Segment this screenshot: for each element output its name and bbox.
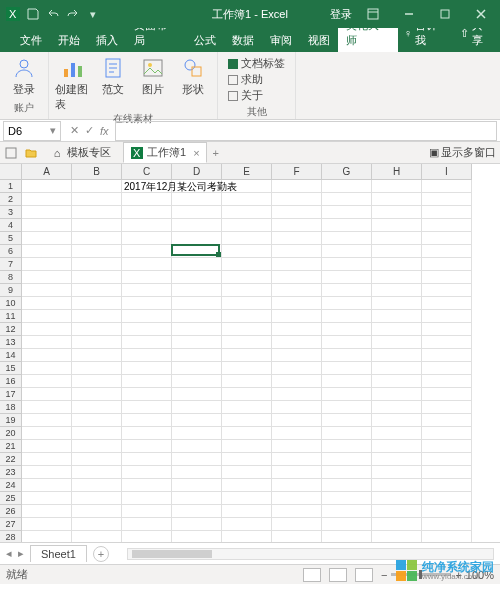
cell[interactable] (172, 258, 222, 271)
cell[interactable] (172, 375, 222, 388)
cell[interactable] (122, 323, 172, 336)
cell[interactable] (122, 414, 172, 427)
cell[interactable] (322, 193, 372, 206)
row-header[interactable]: 13 (0, 336, 22, 349)
row-header[interactable]: 15 (0, 362, 22, 375)
cancel-icon[interactable]: ✕ (70, 124, 79, 137)
cell[interactable] (272, 375, 322, 388)
row-header[interactable]: 10 (0, 297, 22, 310)
cell[interactable] (372, 245, 422, 258)
cell[interactable] (272, 518, 322, 531)
cell[interactable] (422, 531, 472, 542)
login-link[interactable]: 登录 (330, 7, 352, 22)
cell[interactable] (22, 401, 72, 414)
cell[interactable] (122, 310, 172, 323)
cell[interactable] (422, 284, 472, 297)
cell[interactable] (222, 310, 272, 323)
cell[interactable] (172, 349, 222, 362)
column-header[interactable]: F (272, 164, 322, 180)
row-header[interactable]: 14 (0, 349, 22, 362)
picture-button[interactable]: 图片 (135, 54, 171, 112)
cell[interactable] (422, 453, 472, 466)
qa-dropdown-icon[interactable]: ▾ (84, 5, 102, 23)
cell[interactable] (72, 258, 122, 271)
cell[interactable] (72, 193, 122, 206)
cell[interactable] (22, 375, 72, 388)
cell[interactable] (222, 401, 272, 414)
cell[interactable] (222, 388, 272, 401)
cell[interactable] (322, 440, 372, 453)
cell[interactable] (372, 206, 422, 219)
cell[interactable] (122, 453, 172, 466)
cell[interactable] (372, 505, 422, 518)
undo-icon[interactable] (44, 5, 62, 23)
cell[interactable] (122, 258, 172, 271)
sheet-nav-next[interactable]: ▸ (18, 547, 24, 560)
spreadsheet-grid[interactable]: ABCDEFGHI 123456789101112131415161718192… (0, 164, 500, 542)
cell[interactable] (122, 505, 172, 518)
row-header[interactable]: 4 (0, 219, 22, 232)
cell[interactable] (422, 427, 472, 440)
cell[interactable] (72, 466, 122, 479)
cell[interactable] (322, 349, 372, 362)
cell[interactable] (272, 349, 322, 362)
cell[interactable] (22, 297, 72, 310)
cell[interactable] (72, 388, 122, 401)
cell[interactable] (122, 518, 172, 531)
cell[interactable] (122, 466, 172, 479)
view-normal-button[interactable] (303, 568, 321, 582)
cell[interactable] (222, 427, 272, 440)
row-header[interactable]: 24 (0, 479, 22, 492)
cell[interactable] (222, 414, 272, 427)
row-header[interactable]: 6 (0, 245, 22, 258)
cell[interactable] (72, 414, 122, 427)
cell[interactable] (272, 388, 322, 401)
cell[interactable] (422, 349, 472, 362)
cell[interactable] (422, 310, 472, 323)
cell[interactable] (222, 531, 272, 542)
cell[interactable] (222, 232, 272, 245)
cell[interactable] (322, 531, 372, 542)
cell[interactable] (122, 245, 172, 258)
cell[interactable] (222, 245, 272, 258)
cell[interactable] (172, 336, 222, 349)
option-help[interactable]: 求助 (228, 72, 285, 87)
cell[interactable] (122, 362, 172, 375)
cell[interactable] (122, 232, 172, 245)
cell[interactable] (322, 479, 372, 492)
cell[interactable] (22, 206, 72, 219)
cell[interactable] (422, 206, 472, 219)
cell[interactable] (422, 505, 472, 518)
cell[interactable] (72, 518, 122, 531)
cell[interactable] (172, 531, 222, 542)
cell[interactable] (172, 323, 222, 336)
cell[interactable] (322, 180, 372, 193)
cell[interactable] (372, 440, 422, 453)
template-button[interactable]: 范文 (95, 54, 131, 112)
cell[interactable] (172, 453, 222, 466)
cell[interactable] (372, 271, 422, 284)
cell[interactable] (272, 323, 322, 336)
cell[interactable] (372, 297, 422, 310)
cell[interactable] (72, 310, 122, 323)
cell[interactable] (322, 453, 372, 466)
cell[interactable] (422, 518, 472, 531)
cell[interactable] (22, 440, 72, 453)
cell[interactable] (22, 492, 72, 505)
column-header[interactable]: C (122, 164, 172, 180)
cell[interactable] (22, 258, 72, 271)
cell[interactable] (72, 232, 122, 245)
cell[interactable] (422, 440, 472, 453)
cell[interactable] (72, 219, 122, 232)
cell[interactable] (422, 219, 472, 232)
cell[interactable] (422, 375, 472, 388)
cell[interactable] (222, 284, 272, 297)
cell[interactable] (72, 492, 122, 505)
cell[interactable] (322, 258, 372, 271)
cell[interactable] (222, 440, 272, 453)
formula-input[interactable] (115, 121, 497, 141)
cell[interactable] (422, 388, 472, 401)
cell[interactable] (122, 388, 172, 401)
cell[interactable] (272, 531, 322, 542)
cell[interactable]: 2017年12月某公司考勤表 (122, 180, 172, 193)
